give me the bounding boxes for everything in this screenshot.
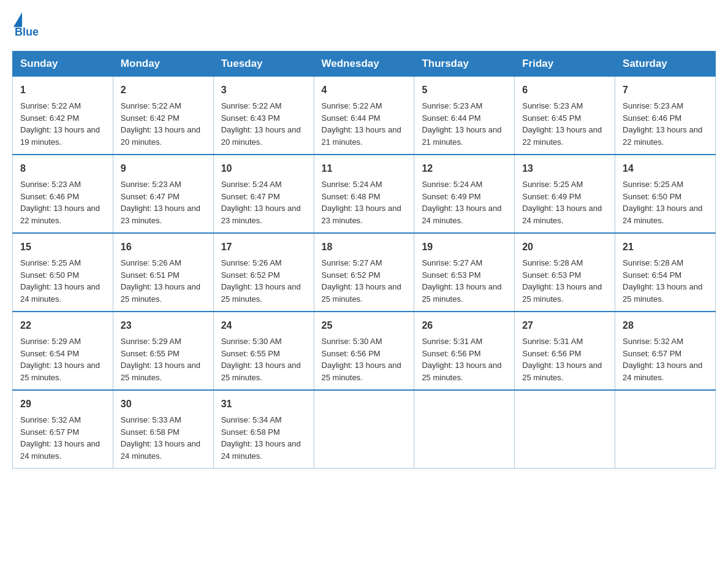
- day-number: 3: [221, 83, 306, 98]
- calendar-cell: 15Sunrise: 5:25 AMSunset: 6:50 PMDayligh…: [13, 233, 113, 312]
- calendar-header-row: SundayMondayTuesdayWednesdayThursdayFrid…: [13, 52, 716, 77]
- day-number: 25: [322, 318, 407, 333]
- day-info: Sunrise: 5:30 AMSunset: 6:56 PMDaylight:…: [322, 337, 401, 382]
- day-number: 22: [20, 318, 105, 333]
- day-number: 30: [121, 397, 206, 412]
- day-number: 20: [522, 240, 607, 255]
- calendar-cell: 5Sunrise: 5:23 AMSunset: 6:44 PMDaylight…: [414, 77, 515, 155]
- calendar-header-saturday: Saturday: [615, 52, 716, 77]
- calendar-cell: [615, 390, 716, 469]
- day-info: Sunrise: 5:29 AMSunset: 6:55 PMDaylight:…: [121, 337, 200, 382]
- day-info: Sunrise: 5:29 AMSunset: 6:54 PMDaylight:…: [20, 337, 100, 382]
- day-number: 1: [20, 83, 105, 98]
- day-number: 27: [522, 318, 607, 333]
- logo-underline: Blue: [15, 26, 39, 39]
- calendar-cell: 9Sunrise: 5:23 AMSunset: 6:47 PMDaylight…: [113, 155, 213, 233]
- day-info: Sunrise: 5:22 AMSunset: 6:42 PMDaylight:…: [20, 101, 100, 147]
- day-number: 28: [623, 318, 708, 333]
- calendar-cell: 4Sunrise: 5:22 AMSunset: 6:44 PMDaylight…: [314, 77, 414, 155]
- day-info: Sunrise: 5:34 AMSunset: 6:58 PMDaylight:…: [221, 415, 301, 461]
- calendar-header-sunday: Sunday: [13, 52, 113, 77]
- calendar-cell: 27Sunrise: 5:31 AMSunset: 6:56 PMDayligh…: [515, 312, 615, 390]
- day-number: 7: [623, 83, 708, 98]
- calendar-cell: 23Sunrise: 5:29 AMSunset: 6:55 PMDayligh…: [113, 312, 213, 390]
- day-number: 8: [20, 161, 105, 176]
- day-info: Sunrise: 5:22 AMSunset: 6:44 PMDaylight:…: [322, 101, 401, 147]
- day-info: Sunrise: 5:26 AMSunset: 6:51 PMDaylight:…: [121, 258, 200, 304]
- calendar-header-wednesday: Wednesday: [314, 52, 414, 77]
- day-number: 31: [221, 397, 306, 412]
- calendar-cell: 1Sunrise: 5:22 AMSunset: 6:42 PMDaylight…: [13, 77, 113, 155]
- day-info: Sunrise: 5:27 AMSunset: 6:53 PMDaylight:…: [422, 258, 501, 304]
- day-info: Sunrise: 5:28 AMSunset: 6:54 PMDaylight:…: [623, 258, 702, 304]
- day-info: Sunrise: 5:26 AMSunset: 6:52 PMDaylight:…: [221, 258, 301, 304]
- day-number: 4: [322, 83, 407, 98]
- calendar-header-tuesday: Tuesday: [213, 52, 314, 77]
- day-info: Sunrise: 5:22 AMSunset: 6:43 PMDaylight:…: [221, 101, 301, 147]
- day-info: Sunrise: 5:22 AMSunset: 6:42 PMDaylight:…: [121, 101, 200, 147]
- day-number: 16: [121, 240, 206, 255]
- day-info: Sunrise: 5:32 AMSunset: 6:57 PMDaylight:…: [20, 415, 100, 461]
- day-info: Sunrise: 5:24 AMSunset: 6:48 PMDaylight:…: [322, 180, 401, 225]
- day-info: Sunrise: 5:23 AMSunset: 6:47 PMDaylight:…: [121, 180, 200, 225]
- calendar-cell: 7Sunrise: 5:23 AMSunset: 6:46 PMDaylight…: [615, 77, 716, 155]
- calendar-cell: 8Sunrise: 5:23 AMSunset: 6:46 PMDaylight…: [13, 155, 113, 233]
- day-info: Sunrise: 5:31 AMSunset: 6:56 PMDaylight:…: [522, 337, 602, 382]
- calendar-header-monday: Monday: [113, 52, 213, 77]
- day-info: Sunrise: 5:24 AMSunset: 6:49 PMDaylight:…: [422, 180, 501, 225]
- day-number: 17: [221, 240, 306, 255]
- day-number: 29: [20, 397, 105, 412]
- day-info: Sunrise: 5:25 AMSunset: 6:50 PMDaylight:…: [623, 180, 702, 225]
- calendar-week-row: 22Sunrise: 5:29 AMSunset: 6:54 PMDayligh…: [13, 312, 716, 390]
- calendar-week-row: 1Sunrise: 5:22 AMSunset: 6:42 PMDaylight…: [13, 77, 716, 155]
- day-info: Sunrise: 5:23 AMSunset: 6:45 PMDaylight:…: [522, 101, 602, 147]
- day-info: Sunrise: 5:27 AMSunset: 6:52 PMDaylight:…: [322, 258, 401, 304]
- day-info: Sunrise: 5:24 AMSunset: 6:47 PMDaylight:…: [221, 180, 301, 225]
- calendar-cell: 14Sunrise: 5:25 AMSunset: 6:50 PMDayligh…: [615, 155, 716, 233]
- calendar-cell: 30Sunrise: 5:33 AMSunset: 6:58 PMDayligh…: [113, 390, 213, 469]
- calendar-cell: 18Sunrise: 5:27 AMSunset: 6:52 PMDayligh…: [314, 233, 414, 312]
- calendar-cell: 28Sunrise: 5:32 AMSunset: 6:57 PMDayligh…: [615, 312, 716, 390]
- day-info: Sunrise: 5:33 AMSunset: 6:58 PMDaylight:…: [121, 415, 200, 461]
- calendar-cell: 11Sunrise: 5:24 AMSunset: 6:48 PMDayligh…: [314, 155, 414, 233]
- calendar-cell: 2Sunrise: 5:22 AMSunset: 6:42 PMDaylight…: [113, 77, 213, 155]
- day-info: Sunrise: 5:23 AMSunset: 6:44 PMDaylight:…: [422, 101, 501, 147]
- day-info: Sunrise: 5:31 AMSunset: 6:56 PMDaylight:…: [422, 337, 501, 382]
- day-number: 10: [221, 161, 306, 176]
- day-number: 21: [623, 240, 708, 255]
- calendar-cell: 31Sunrise: 5:34 AMSunset: 6:58 PMDayligh…: [213, 390, 314, 469]
- calendar-cell: 16Sunrise: 5:26 AMSunset: 6:51 PMDayligh…: [113, 233, 213, 312]
- day-info: Sunrise: 5:32 AMSunset: 6:57 PMDaylight:…: [623, 337, 702, 382]
- day-number: 26: [422, 318, 507, 333]
- day-number: 23: [121, 318, 206, 333]
- day-number: 5: [422, 83, 507, 98]
- day-number: 15: [20, 240, 105, 255]
- day-number: 12: [422, 161, 507, 176]
- calendar-header-thursday: Thursday: [414, 52, 515, 77]
- calendar-cell: 3Sunrise: 5:22 AMSunset: 6:43 PMDaylight…: [213, 77, 314, 155]
- calendar-week-row: 15Sunrise: 5:25 AMSunset: 6:50 PMDayligh…: [13, 233, 716, 312]
- calendar-cell: 17Sunrise: 5:26 AMSunset: 6:52 PMDayligh…: [213, 233, 314, 312]
- day-number: 13: [522, 161, 607, 176]
- calendar-cell: [515, 390, 615, 469]
- day-number: 14: [623, 161, 708, 176]
- calendar-cell: 20Sunrise: 5:28 AMSunset: 6:53 PMDayligh…: [515, 233, 615, 312]
- logo-triangle-icon: [13, 12, 22, 27]
- calendar-cell: 12Sunrise: 5:24 AMSunset: 6:49 PMDayligh…: [414, 155, 515, 233]
- day-info: Sunrise: 5:23 AMSunset: 6:46 PMDaylight:…: [623, 101, 702, 147]
- calendar-cell: 21Sunrise: 5:28 AMSunset: 6:54 PMDayligh…: [615, 233, 716, 312]
- calendar-cell: [414, 390, 515, 469]
- day-number: 9: [121, 161, 206, 176]
- day-info: Sunrise: 5:25 AMSunset: 6:50 PMDaylight:…: [20, 258, 100, 304]
- calendar-header-friday: Friday: [515, 52, 615, 77]
- calendar-cell: 22Sunrise: 5:29 AMSunset: 6:54 PMDayligh…: [13, 312, 113, 390]
- day-info: Sunrise: 5:23 AMSunset: 6:46 PMDaylight:…: [20, 180, 100, 225]
- calendar-cell: 19Sunrise: 5:27 AMSunset: 6:53 PMDayligh…: [414, 233, 515, 312]
- day-info: Sunrise: 5:28 AMSunset: 6:53 PMDaylight:…: [522, 258, 602, 304]
- calendar-cell: 13Sunrise: 5:25 AMSunset: 6:49 PMDayligh…: [515, 155, 615, 233]
- calendar-cell: 26Sunrise: 5:31 AMSunset: 6:56 PMDayligh…: [414, 312, 515, 390]
- calendar-cell: 10Sunrise: 5:24 AMSunset: 6:47 PMDayligh…: [213, 155, 314, 233]
- day-info: Sunrise: 5:30 AMSunset: 6:55 PMDaylight:…: [221, 337, 301, 382]
- day-info: Sunrise: 5:25 AMSunset: 6:49 PMDaylight:…: [522, 180, 602, 225]
- calendar-table: SundayMondayTuesdayWednesdayThursdayFrid…: [12, 51, 716, 469]
